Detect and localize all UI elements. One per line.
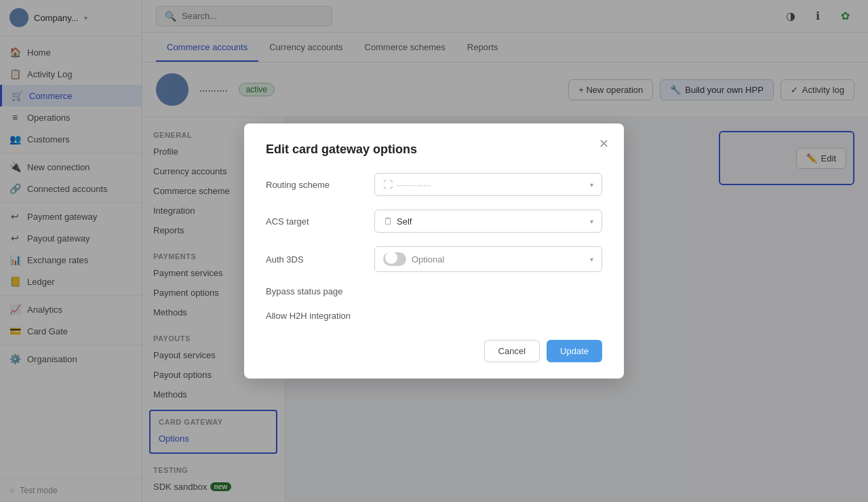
auth-3ds-control: Optional ▾ — [374, 246, 602, 272]
bypass-status-page-row: Bypass status page — [266, 286, 602, 296]
auth-3ds-label: Auth 3DS — [266, 254, 374, 265]
modal-overlay[interactable]: Edit card gateway options ✕ Routing sche… — [0, 0, 868, 502]
allow-h2h-label: Allow H2H integration — [266, 311, 374, 321]
allow-h2h-row: Allow H2H integration — [266, 310, 602, 321]
chevron-down-icon: ▾ — [590, 181, 593, 189]
update-button[interactable]: Update — [547, 340, 602, 362]
chevron-down-icon: ▾ — [590, 256, 593, 263]
cancel-button[interactable]: Cancel — [484, 340, 540, 362]
auth-3ds-row: Auth 3DS Optional ▾ — [266, 246, 602, 272]
auth-3ds-select[interactable]: Optional ▾ — [374, 246, 602, 272]
auth-3ds-toggle[interactable] — [383, 252, 406, 266]
modal-footer: Cancel Update — [266, 340, 602, 362]
acs-target-row: ACS target 🗒 Self ▾ — [266, 210, 602, 233]
routing-scheme-select[interactable]: ⛶ ·············· ▾ — [374, 173, 602, 196]
routing-scheme-row: Routing scheme ⛶ ·············· ▾ — [266, 173, 602, 196]
acs-target-control: 🗒 Self ▾ — [374, 210, 602, 233]
edit-card-gateway-modal: Edit card gateway options ✕ Routing sche… — [244, 123, 624, 379]
acs-target-value: Self — [397, 216, 412, 227]
bypass-status-label: Bypass status page — [266, 286, 374, 296]
routing-scheme-label: Routing scheme — [266, 180, 374, 190]
bypass-status-control — [374, 286, 602, 296]
routing-icon: ⛶ — [383, 179, 393, 190]
acs-target-select[interactable]: 🗒 Self ▾ — [374, 210, 602, 233]
routing-scheme-value: ·············· — [397, 180, 431, 190]
routing-scheme-control: ⛶ ·············· ▾ — [374, 173, 602, 196]
chevron-down-icon: ▾ — [590, 218, 593, 225]
modal-title: Edit card gateway options — [266, 142, 602, 157]
auth-3ds-value: Optional — [412, 254, 444, 265]
allow-h2h-control — [374, 310, 602, 321]
acs-target-label: ACS target — [266, 216, 374, 227]
acs-icon: 🗒 — [383, 216, 393, 227]
modal-close-button[interactable]: ✕ — [594, 134, 613, 153]
